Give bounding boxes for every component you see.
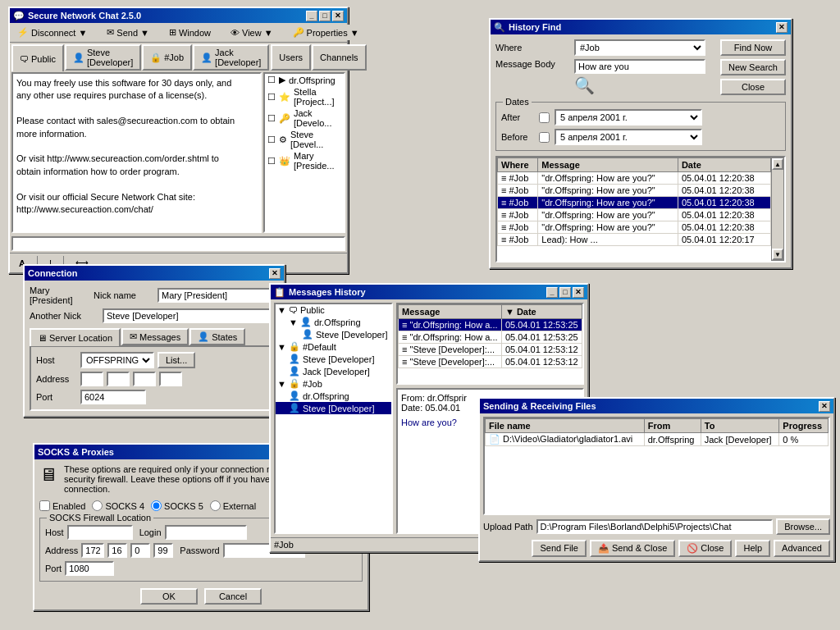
- close-button[interactable]: ✕: [573, 287, 584, 298]
- socks-addr-octet4[interactable]: [153, 543, 173, 558]
- another-nick-input[interactable]: [103, 308, 279, 323]
- maximize-button[interactable]: □: [559, 287, 571, 298]
- scroll-up-button[interactable]: ▲: [772, 158, 783, 170]
- tree-steve-dev3[interactable]: 👤 Steve [Developer]: [276, 402, 391, 414]
- socks5-radio[interactable]: SOCKS 5: [151, 500, 203, 511]
- message-body-input[interactable]: [574, 59, 705, 74]
- tree-steve-dev[interactable]: 👤 Steve [Developer]: [276, 328, 391, 340]
- user-item[interactable]: ☐ 🔑 Jack [Develo...: [265, 107, 344, 129]
- browse-button[interactable]: Browse...: [776, 518, 830, 535]
- user-icon: ▶: [279, 75, 285, 85]
- tree-steve-dev2[interactable]: 👤 Steve [Developer]: [276, 353, 391, 365]
- user-checkbox[interactable]: ☐: [267, 75, 276, 85]
- close-button[interactable]: ✕: [776, 22, 788, 33]
- user-item[interactable]: ☐ ⚙ Steve [Devel...: [265, 129, 344, 150]
- after-checkbox[interactable]: [539, 112, 550, 123]
- view-button[interactable]: 👁 View ▼: [225, 25, 279, 40]
- main-chat-title: 💬 Secure Network Chat 2.5.0: [13, 11, 141, 21]
- socks-cancel-button[interactable]: Cancel: [204, 588, 262, 605]
- socks-host-input[interactable]: [67, 525, 133, 540]
- user-checkbox[interactable]: ☐: [267, 113, 276, 124]
- socks5-radio-input[interactable]: [151, 500, 162, 511]
- socks4-radio[interactable]: SOCKS 4: [92, 500, 144, 511]
- help-button[interactable]: Help: [735, 540, 770, 557]
- socks-port-input[interactable]: [65, 561, 114, 576]
- tree-dr-offspring[interactable]: ▼ 👤 dr.Offspring: [276, 316, 391, 328]
- address-octet2[interactable]: [107, 372, 130, 386]
- close-button[interactable]: 🚫 Close: [678, 540, 732, 557]
- main-toolbar: ⚡ Disconnect ▼ ✉ Send ▼ ⊞ Window 👁 View …: [10, 23, 347, 43]
- tab-channels[interactable]: Channels: [312, 44, 366, 71]
- chat-input[interactable]: [11, 236, 345, 251]
- tab-public[interactable]: 🗨 Public: [11, 44, 64, 71]
- tab-steve[interactable]: 👤 Steve [Developer]: [65, 44, 141, 71]
- tree-default[interactable]: ▼ 🔒 #Default: [276, 340, 391, 353]
- user-item[interactable]: ☐ ⭐ Stella [Project...]: [265, 86, 344, 107]
- send-file-button[interactable]: Send File: [532, 540, 586, 557]
- close-button[interactable]: ✕: [332, 11, 344, 21]
- tree-dr-offspring2[interactable]: 👤 dr.Offspring: [276, 390, 391, 402]
- result-where: ≡ #Job: [498, 209, 538, 221]
- socks4-radio-input[interactable]: [92, 500, 103, 511]
- minimize-button[interactable]: _: [306, 11, 317, 21]
- socks-addr-octet1[interactable]: [81, 543, 104, 558]
- socks-addr-octet3[interactable]: [130, 543, 150, 558]
- minimize-button[interactable]: _: [546, 287, 558, 298]
- socks-ok-button[interactable]: OK: [140, 588, 198, 605]
- upload-path-input[interactable]: [536, 519, 774, 534]
- tab-states[interactable]: 👤 States: [189, 328, 245, 345]
- close-button[interactable]: Close: [720, 79, 786, 95]
- user-checkbox[interactable]: ☐: [267, 92, 276, 103]
- close-button[interactable]: ✕: [269, 268, 281, 279]
- host-select[interactable]: OFFSPRING: [80, 352, 154, 368]
- find-now-button[interactable]: Find Now: [720, 39, 786, 56]
- user-item[interactable]: ☐ ▶ dr.Offspring: [265, 74, 344, 86]
- enabled-checkbox[interactable]: [39, 500, 50, 511]
- socks-login-input[interactable]: [165, 525, 247, 540]
- after-date-select[interactable]: 5 апреля 2001 г.: [555, 109, 702, 126]
- address-octet3[interactable]: [133, 372, 156, 386]
- user-checkbox[interactable]: ☐: [267, 135, 276, 145]
- external-radio-input[interactable]: [210, 500, 221, 511]
- tab-users[interactable]: Users: [271, 44, 311, 71]
- port-input[interactable]: [80, 390, 146, 404]
- send-close-button[interactable]: 📤 Send & Close: [590, 540, 675, 557]
- status-text: #Job: [274, 540, 294, 550]
- address-octet1[interactable]: [80, 372, 103, 386]
- before-checkbox[interactable]: [539, 132, 550, 143]
- results-scrollbar[interactable]: ▲ ▼: [771, 158, 784, 261]
- connection-window: Connection ✕ Mary [President] Nick name …: [23, 264, 285, 418]
- properties-button[interactable]: 🔑 Properties ▼: [287, 25, 365, 40]
- tree-job[interactable]: ▼ 🔒 #Job: [276, 377, 391, 390]
- tree-public[interactable]: ▼ 🗨 Public: [276, 304, 391, 316]
- user-checkbox[interactable]: ☐: [267, 156, 276, 167]
- new-search-button[interactable]: New Search: [720, 59, 786, 75]
- advanced-button[interactable]: Advanced: [774, 540, 830, 557]
- history-find-titlebar: 🔍 History Find ✕: [491, 20, 791, 34]
- tree-jack-dev[interactable]: 👤 Jack [Developer]: [276, 365, 391, 377]
- external-radio[interactable]: External: [210, 500, 256, 511]
- message-body-field-group: 🔍: [574, 59, 705, 95]
- tab-server-location[interactable]: 🖥 Server Location: [30, 328, 121, 346]
- nick-input[interactable]: [158, 288, 279, 303]
- socks-host-label: Host: [45, 527, 64, 537]
- disconnect-button[interactable]: ⚡ Disconnect ▼: [11, 25, 93, 40]
- window-button[interactable]: ⊞ Window: [163, 25, 217, 40]
- where-select[interactable]: #Job: [574, 39, 705, 56]
- address-octet4[interactable]: [159, 372, 182, 386]
- history-find-window: 🔍 History Find ✕ Where #Job Message Body: [489, 18, 792, 269]
- chat-input-field[interactable]: [13, 238, 344, 248]
- tab-messages[interactable]: ✉ Messages: [121, 328, 189, 345]
- list-button[interactable]: List...: [158, 352, 195, 368]
- enabled-check[interactable]: Enabled: [39, 500, 85, 511]
- send-button[interactable]: ✉ Send ▼: [101, 25, 155, 40]
- tab-job[interactable]: 🔒 #Job: [142, 44, 192, 71]
- scroll-down-button[interactable]: ▼: [772, 249, 783, 260]
- socks-addr-octet2[interactable]: [107, 543, 127, 558]
- user-item[interactable]: ☐ 👑 Mary [Preside...: [265, 150, 344, 171]
- tab-jack[interactable]: 👤 Jack [Developer]: [193, 44, 269, 71]
- maximize-button[interactable]: □: [319, 11, 331, 21]
- close-button[interactable]: ✕: [819, 401, 830, 412]
- messages-history-title: 📋 Messages History: [274, 287, 366, 298]
- before-date-select[interactable]: 5 апреля 2001 г.: [555, 129, 702, 145]
